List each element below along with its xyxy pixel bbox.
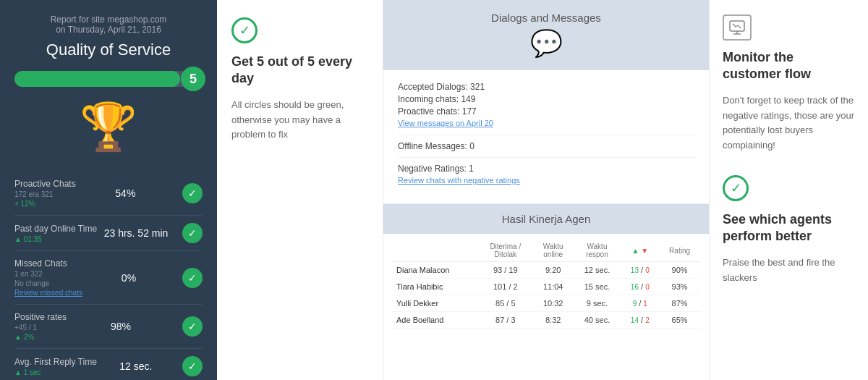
stat-sub2-missed: No change xyxy=(14,279,82,287)
agent-respon: 12 sec. xyxy=(573,262,621,279)
stat-value-proactive: 54% xyxy=(115,187,135,199)
green-check-icon: ✓ xyxy=(231,17,258,43)
dialogs-section: Dialogs and Messages 💬 Accepted Dialogs:… xyxy=(383,0,709,203)
report-line2: on Thursday, April 21, 2016 xyxy=(14,25,203,35)
stat-label-online: Past day Online Time xyxy=(14,224,97,234)
agent-respon: 15 sec. xyxy=(573,279,621,295)
agent-name: Diana Malacon xyxy=(392,262,478,279)
agent-name: Tiara Habibic xyxy=(392,279,478,295)
agent-neg: 2 xyxy=(645,316,650,324)
dialogs-stat-incoming: Incoming chats: 149 xyxy=(398,94,694,104)
monitor-body: Don't forget to keep track of the negati… xyxy=(723,93,855,153)
hasil-header: Hasil Kinerja Agen xyxy=(383,204,709,234)
dialogs-stat-proactive: Proactive chats: 177 xyxy=(398,106,694,117)
agent-pos: 14 xyxy=(631,316,639,324)
progress-score: 5 xyxy=(181,67,205,91)
right-bottom-section: ✓ See which agents perform better Praise… xyxy=(723,175,855,285)
agent-table-header-row: Diterima / Ditolak Waktu online Waktu re… xyxy=(392,240,700,262)
dialogs-stat-offline: Offline Messages: 0 xyxy=(398,141,694,151)
svg-line-5 xyxy=(738,25,741,28)
agent-posneg: 13 / 0 xyxy=(621,262,659,279)
col-accepted: Diterima / Ditolak xyxy=(478,240,533,262)
agent-posneg: 14 / 2 xyxy=(621,312,659,329)
stat-sub2-positive: ▲ 2% xyxy=(14,333,67,341)
agent-rating: 93% xyxy=(659,279,700,295)
stat-label-reply: Avg. First Reply Time xyxy=(14,357,97,367)
report-header: Report for site megashop.com on Thursday… xyxy=(14,14,203,35)
agent-posneg: 9 / 1 xyxy=(621,295,659,312)
agent-neg: 0 xyxy=(645,266,650,274)
agent-posneg: 16 / 0 xyxy=(621,279,659,295)
dialogs-body: Accepted Dialogs: 321 Incoming chats: 14… xyxy=(383,70,709,203)
stat-sub2-reply: ▲ 1 sec xyxy=(14,368,97,376)
stat-link-missed[interactable]: Review missed chats xyxy=(14,289,82,297)
dialogs-stat-negative: Negative Ratings: 1 xyxy=(398,164,694,174)
col-rating: Rating xyxy=(659,240,700,262)
stat-check-positive: ✓ xyxy=(182,316,203,337)
agent-accepted: 87 / 3 xyxy=(478,312,533,329)
agent-accepted: 101 / 2 xyxy=(478,279,533,295)
stat-value-missed: 0% xyxy=(122,272,136,284)
stat-value-reply: 12 sec. xyxy=(119,360,152,372)
stat-check-missed: ✓ xyxy=(182,268,203,288)
dialogs-link2[interactable]: Review chats with negative ratings xyxy=(398,176,694,185)
agent-rating: 87% xyxy=(659,295,700,312)
agent-online: 9:20 xyxy=(533,262,574,279)
pos-icon: ▲ xyxy=(631,247,639,255)
stat-sub2-proactive: + 12% xyxy=(14,200,76,208)
stat-row-reply: Avg. First Reply Time ▲ 1 sec 12 sec. ✓ xyxy=(14,349,203,380)
stat-sub-positive: +45 / 1 xyxy=(14,324,67,332)
left-panel: Report for site megashop.com on Thursday… xyxy=(0,0,217,380)
center-panel: Dialogs and Messages 💬 Accepted Dialogs:… xyxy=(383,0,709,380)
stat-check-online: ✓ xyxy=(182,223,203,243)
progress-bar: 5 xyxy=(14,71,203,87)
get5-body: All circles should be green, otherwise y… xyxy=(231,98,368,143)
agent-online: 8:32 xyxy=(533,312,574,329)
stat-row-missed: Missed Chats 1 en 322 No change Review m… xyxy=(14,251,203,305)
agent-table-row: Diana Malacon 93 / 19 9:20 12 sec. 13 / … xyxy=(392,262,700,279)
agent-neg: 1 xyxy=(643,300,647,308)
agent-table: Diterima / Ditolak Waktu online Waktu re… xyxy=(392,240,700,329)
agent-table-body: Diana Malacon 93 / 19 9:20 12 sec. 13 / … xyxy=(392,262,700,329)
agent-table-row: Tiara Habibic 101 / 2 11:04 15 sec. 16 /… xyxy=(392,279,700,295)
agent-neg: 0 xyxy=(645,283,650,291)
hasil-body: Diterima / Ditolak Waktu online Waktu re… xyxy=(383,234,709,380)
agent-accepted: 85 / 5 xyxy=(478,295,533,312)
stat-sub-missed: 1 en 322 xyxy=(14,270,82,278)
neg-icon: ▼ xyxy=(641,247,648,255)
agent-table-row: Ade Boelland 87 / 3 8:32 40 sec. 14 / 2 … xyxy=(392,312,700,329)
stat-label-positive: Positive rates xyxy=(14,312,67,322)
monitor-title: Monitor the customer flow xyxy=(723,49,855,83)
stat-sub-proactive: 172 era 321 xyxy=(14,190,76,198)
agent-respon: 40 sec. xyxy=(573,312,621,329)
agent-rating: 90% xyxy=(659,262,700,279)
dialogs-link1[interactable]: View messages on April 20 xyxy=(398,119,694,127)
trophy-container: 🏆 xyxy=(14,100,203,154)
stat-check-reply: ✓ xyxy=(182,356,203,376)
stat-label-missed: Missed Chats xyxy=(14,258,82,269)
svg-line-4 xyxy=(736,25,738,27)
agent-online: 11:04 xyxy=(533,279,574,295)
dialogs-title: Dialogs and Messages xyxy=(491,12,601,24)
agent-online: 10:32 xyxy=(533,295,574,312)
monitor-icon xyxy=(723,14,752,41)
col-respon: Waktu respon xyxy=(573,240,621,262)
dialogs-header: Dialogs and Messages 💬 xyxy=(383,0,709,70)
agent-respon: 9 sec. xyxy=(573,295,621,312)
agents-body: Praise the best and fire the slackers xyxy=(723,256,855,286)
chat-bubble-icon: 💬 xyxy=(530,28,563,59)
agent-pos: 16 xyxy=(631,283,639,291)
col-posneg: ▲ ▼ xyxy=(621,240,659,262)
report-line1: Report for site megashop.com xyxy=(14,14,203,25)
dialogs-stat-accepted: Accepted Dialogs: 321 xyxy=(398,82,694,92)
agent-table-row: Yulli Dekker 85 / 5 10:32 9 sec. 9 / 1 8… xyxy=(392,295,700,312)
agents-title: See which agents perform better xyxy=(723,211,855,245)
stat-row-positive: Positive rates +45 / 1 ▲ 2% 98% ✓ xyxy=(14,305,203,349)
progress-bar-fill xyxy=(14,71,180,87)
stat-value-positive: 98% xyxy=(111,321,131,332)
right-panel: Monitor the customer flow Don't forget t… xyxy=(709,0,868,380)
col-online: Waktu online xyxy=(533,240,574,262)
stat-sub2-online: ▲ 01:35 xyxy=(14,235,97,243)
dialogs-divider2 xyxy=(398,157,694,158)
agent-rating: 65% xyxy=(659,312,700,329)
